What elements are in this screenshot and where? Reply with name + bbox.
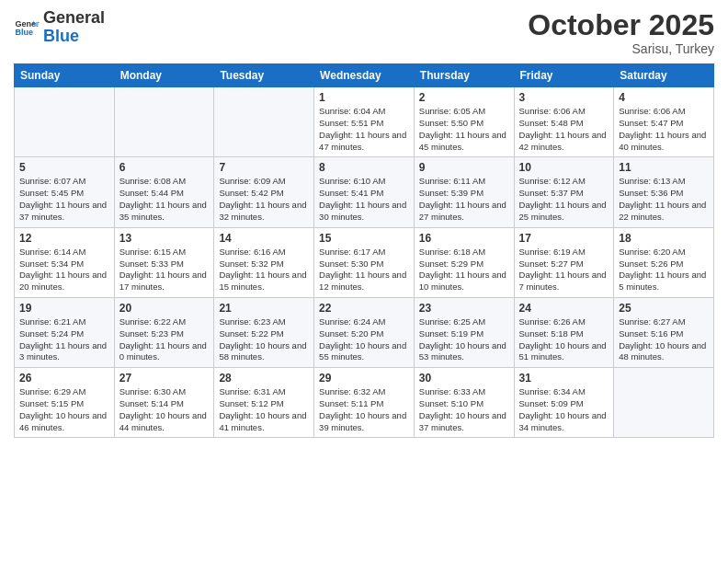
day-number: 2 (419, 91, 509, 104)
table-row: 17Sunrise: 6:19 AM Sunset: 5:27 PM Dayli… (514, 227, 614, 297)
title-block: October 2025 Sarisu, Turkey (528, 9, 714, 56)
calendar-week-row: 19Sunrise: 6:21 AM Sunset: 5:24 PM Dayli… (15, 297, 714, 367)
calendar-week-row: 12Sunrise: 6:14 AM Sunset: 5:34 PM Dayli… (15, 227, 714, 297)
table-row: 16Sunrise: 6:18 AM Sunset: 5:29 PM Dayli… (414, 227, 514, 297)
day-info: Sunrise: 6:25 AM Sunset: 5:19 PM Dayligh… (419, 316, 509, 363)
day-number: 22 (319, 302, 409, 315)
table-row: 1Sunrise: 6:04 AM Sunset: 5:51 PM Daylig… (314, 87, 415, 157)
col-thursday: Thursday (414, 64, 514, 87)
table-row: 2Sunrise: 6:05 AM Sunset: 5:50 PM Daylig… (414, 87, 514, 157)
day-number: 20 (119, 302, 210, 315)
day-number: 1 (319, 91, 409, 104)
day-info: Sunrise: 6:22 AM Sunset: 5:23 PM Dayligh… (119, 316, 210, 363)
location-subtitle: Sarisu, Turkey (528, 41, 714, 56)
calendar-header-row: Sunday Monday Tuesday Wednesday Thursday… (15, 64, 714, 87)
table-row: 26Sunrise: 6:29 AM Sunset: 5:15 PM Dayli… (15, 368, 115, 438)
day-number: 29 (319, 372, 409, 385)
table-row: 9Sunrise: 6:11 AM Sunset: 5:39 PM Daylig… (414, 157, 514, 227)
col-tuesday: Tuesday (214, 64, 314, 87)
day-number: 21 (219, 302, 309, 315)
table-row: 3Sunrise: 6:06 AM Sunset: 5:48 PM Daylig… (514, 87, 614, 157)
day-number: 7 (219, 161, 309, 174)
day-number: 31 (519, 372, 609, 385)
day-number: 17 (519, 232, 609, 245)
table-row: 24Sunrise: 6:26 AM Sunset: 5:18 PM Dayli… (514, 297, 614, 367)
day-number: 4 (619, 91, 709, 104)
day-number: 15 (319, 232, 409, 245)
day-number: 30 (419, 372, 509, 385)
day-info: Sunrise: 6:06 AM Sunset: 5:47 PM Dayligh… (619, 106, 709, 153)
day-number: 13 (119, 232, 210, 245)
table-row (15, 87, 115, 157)
day-info: Sunrise: 6:29 AM Sunset: 5:15 PM Dayligh… (19, 386, 109, 433)
day-number: 6 (119, 161, 210, 174)
table-row: 18Sunrise: 6:20 AM Sunset: 5:26 PM Dayli… (614, 227, 714, 297)
calendar-week-row: 1Sunrise: 6:04 AM Sunset: 5:51 PM Daylig… (15, 87, 714, 157)
logo-text: GeneralBlue (43, 9, 105, 46)
day-info: Sunrise: 6:23 AM Sunset: 5:22 PM Dayligh… (219, 316, 309, 363)
table-row: 20Sunrise: 6:22 AM Sunset: 5:23 PM Dayli… (114, 297, 214, 367)
day-number: 11 (619, 161, 709, 174)
month-title: October 2025 (528, 9, 714, 41)
day-info: Sunrise: 6:14 AM Sunset: 5:34 PM Dayligh… (19, 247, 109, 293)
day-info: Sunrise: 6:20 AM Sunset: 5:26 PM Dayligh… (619, 247, 709, 293)
table-row: 21Sunrise: 6:23 AM Sunset: 5:22 PM Dayli… (214, 297, 314, 367)
day-info: Sunrise: 6:18 AM Sunset: 5:29 PM Dayligh… (419, 247, 509, 293)
day-number: 24 (519, 302, 609, 315)
day-info: Sunrise: 6:07 AM Sunset: 5:45 PM Dayligh… (19, 176, 109, 223)
col-monday: Monday (114, 64, 214, 87)
table-row: 13Sunrise: 6:15 AM Sunset: 5:33 PM Dayli… (114, 227, 214, 297)
day-number: 16 (419, 232, 509, 245)
table-row (614, 368, 714, 438)
day-number: 27 (119, 372, 210, 385)
table-row: 23Sunrise: 6:25 AM Sunset: 5:19 PM Dayli… (414, 297, 514, 367)
day-info: Sunrise: 6:33 AM Sunset: 5:10 PM Dayligh… (419, 386, 509, 433)
day-number: 26 (19, 372, 109, 385)
day-number: 23 (419, 302, 509, 315)
day-info: Sunrise: 6:08 AM Sunset: 5:44 PM Dayligh… (119, 176, 210, 223)
day-number: 5 (19, 161, 109, 174)
table-row: 8Sunrise: 6:10 AM Sunset: 5:41 PM Daylig… (314, 157, 415, 227)
table-row (214, 87, 314, 157)
day-info: Sunrise: 6:19 AM Sunset: 5:27 PM Dayligh… (519, 247, 609, 293)
col-wednesday: Wednesday (314, 64, 415, 87)
logo: General Blue GeneralBlue (14, 9, 105, 46)
header: General Blue GeneralBlue October 2025 Sa… (14, 9, 714, 56)
day-number: 25 (619, 302, 709, 315)
table-row: 4Sunrise: 6:06 AM Sunset: 5:47 PM Daylig… (614, 87, 714, 157)
day-info: Sunrise: 6:17 AM Sunset: 5:30 PM Dayligh… (319, 247, 409, 293)
day-number: 8 (319, 161, 409, 174)
day-number: 14 (219, 232, 309, 245)
day-info: Sunrise: 6:27 AM Sunset: 5:16 PM Dayligh… (619, 316, 709, 363)
table-row: 10Sunrise: 6:12 AM Sunset: 5:37 PM Dayli… (514, 157, 614, 227)
day-info: Sunrise: 6:13 AM Sunset: 5:36 PM Dayligh… (619, 176, 709, 223)
day-number: 3 (519, 91, 609, 104)
day-info: Sunrise: 6:30 AM Sunset: 5:14 PM Dayligh… (119, 386, 210, 433)
table-row: 7Sunrise: 6:09 AM Sunset: 5:42 PM Daylig… (214, 157, 314, 227)
table-row: 5Sunrise: 6:07 AM Sunset: 5:45 PM Daylig… (15, 157, 115, 227)
calendar-week-row: 26Sunrise: 6:29 AM Sunset: 5:15 PM Dayli… (15, 368, 714, 438)
table-row: 15Sunrise: 6:17 AM Sunset: 5:30 PM Dayli… (314, 227, 415, 297)
table-row: 31Sunrise: 6:34 AM Sunset: 5:09 PM Dayli… (514, 368, 614, 438)
calendar-week-row: 5Sunrise: 6:07 AM Sunset: 5:45 PM Daylig… (15, 157, 714, 227)
table-row: 25Sunrise: 6:27 AM Sunset: 5:16 PM Dayli… (614, 297, 714, 367)
day-number: 10 (519, 161, 609, 174)
table-row: 11Sunrise: 6:13 AM Sunset: 5:36 PM Dayli… (614, 157, 714, 227)
logo-icon: General Blue (14, 15, 40, 40)
table-row: 6Sunrise: 6:08 AM Sunset: 5:44 PM Daylig… (114, 157, 214, 227)
day-number: 9 (419, 161, 509, 174)
svg-text:Blue: Blue (15, 28, 33, 37)
col-friday: Friday (514, 64, 614, 87)
day-info: Sunrise: 6:21 AM Sunset: 5:24 PM Dayligh… (19, 316, 109, 363)
day-number: 12 (19, 232, 109, 245)
day-number: 28 (219, 372, 309, 385)
day-info: Sunrise: 6:04 AM Sunset: 5:51 PM Dayligh… (319, 106, 409, 153)
table-row (114, 87, 214, 157)
day-info: Sunrise: 6:11 AM Sunset: 5:39 PM Dayligh… (419, 176, 509, 223)
day-info: Sunrise: 6:34 AM Sunset: 5:09 PM Dayligh… (519, 386, 609, 433)
col-sunday: Sunday (15, 64, 115, 87)
calendar-table: Sunday Monday Tuesday Wednesday Thursday… (14, 63, 714, 438)
day-number: 19 (19, 302, 109, 315)
day-info: Sunrise: 6:16 AM Sunset: 5:32 PM Dayligh… (219, 247, 309, 293)
table-row: 27Sunrise: 6:30 AM Sunset: 5:14 PM Dayli… (114, 368, 214, 438)
